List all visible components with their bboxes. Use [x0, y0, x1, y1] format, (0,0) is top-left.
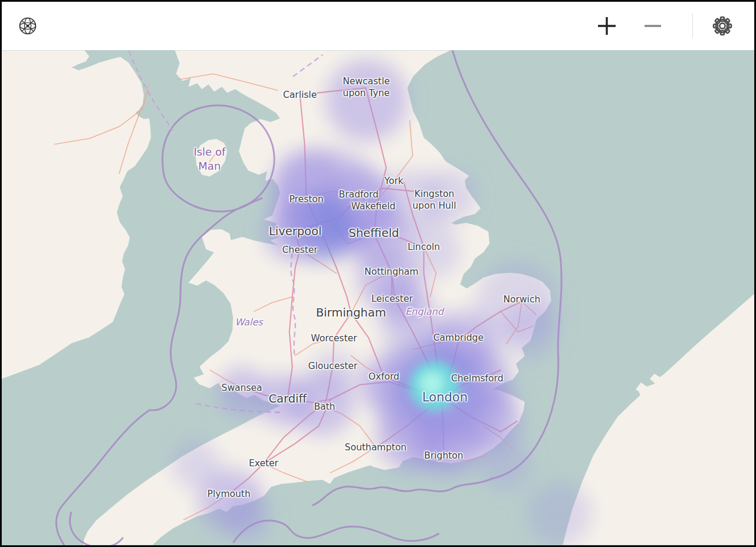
zoom-out-button[interactable]	[639, 12, 666, 39]
heat-point	[263, 200, 324, 262]
map-canvas[interactable]: CarlisleNewcastle upon TyneIsle of ManYo…	[2, 50, 754, 545]
globe-logo-icon[interactable]	[18, 16, 38, 36]
heat-point	[420, 372, 444, 396]
heatmap-core-layer	[410, 361, 459, 411]
heat-point	[225, 496, 272, 543]
minus-icon	[642, 15, 664, 37]
heat-point	[527, 482, 591, 545]
toolbar	[2, 2, 754, 50]
map-app-window: CarlisleNewcastle upon TyneIsle of ManYo…	[0, 0, 756, 547]
heat-point	[218, 367, 267, 417]
heat-point	[421, 168, 478, 225]
zoom-in-button[interactable]	[593, 12, 620, 39]
heat-point	[417, 413, 481, 477]
heat-point	[326, 59, 407, 141]
plus-icon	[596, 15, 618, 37]
heat-point	[479, 437, 532, 490]
heat-point	[499, 301, 558, 360]
heat-point	[171, 439, 221, 489]
heat-point	[313, 350, 356, 393]
base-map	[2, 50, 754, 545]
settings-button[interactable]	[708, 12, 737, 40]
toolbar-divider	[692, 14, 693, 38]
gear-icon	[711, 14, 734, 38]
